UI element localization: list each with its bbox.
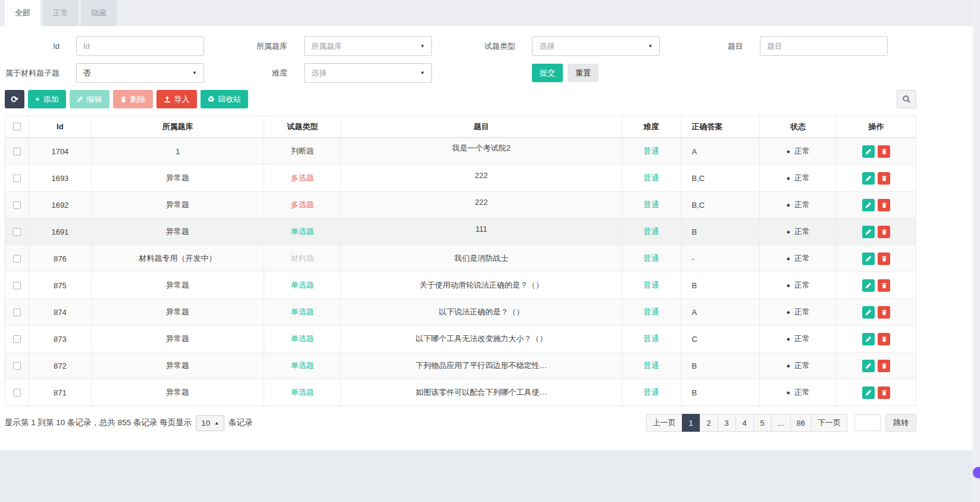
row-edit-button[interactable]	[862, 226, 875, 238]
import-button[interactable]: 导入	[156, 90, 197, 108]
row-edit-button[interactable]	[862, 279, 875, 292]
cell-status: ●正常	[760, 165, 837, 191]
page-button-1[interactable]: 1	[682, 414, 700, 432]
row-edit-button[interactable]	[862, 252, 875, 265]
next-page-button[interactable]: 下一页	[811, 414, 847, 432]
row-edit-button[interactable]	[862, 199, 875, 211]
cell-difficulty-link[interactable]: 普通	[644, 199, 659, 210]
add-button[interactable]: + 添加	[28, 90, 66, 108]
cell-type: 判断题	[291, 146, 314, 157]
floating-widget-button[interactable]	[973, 467, 980, 478]
row-edit-button[interactable]	[862, 333, 875, 345]
table-row[interactable]: 875 异常题 单选题 关于使用动滑轮说法正确的是？（） 普通 B ●正常	[5, 272, 916, 298]
cell-difficulty-link[interactable]: 普通	[644, 333, 659, 344]
row-delete-button[interactable]	[878, 333, 890, 345]
select-all-checkbox[interactable]	[13, 123, 21, 130]
table-row[interactable]: 872 异常题 单选题 下列物品应用了平行四边形不稳定性… 普通 B ●正常	[5, 352, 916, 379]
status-dot-icon: ●	[786, 174, 790, 182]
reset-button[interactable]: 重置	[568, 64, 599, 82]
row-checkbox[interactable]	[13, 335, 21, 343]
chevron-down-icon: ▼	[420, 70, 425, 76]
row-delete-button[interactable]	[878, 252, 890, 265]
page-jump-input[interactable]	[854, 414, 881, 431]
tab-all[interactable]: 全部	[5, 0, 40, 26]
difficulty-filter-select[interactable]: 选择 ▼	[304, 63, 432, 83]
cell-title: 我是一个考试院2	[452, 143, 511, 154]
page-jump-button[interactable]: 跳转	[885, 414, 916, 432]
row-delete-button[interactable]	[878, 279, 890, 292]
row-delete-button[interactable]	[878, 386, 890, 399]
pencil-icon	[865, 282, 872, 289]
cell-difficulty-link[interactable]: 普通	[644, 387, 659, 398]
table-row[interactable]: 1704 1 判断题 我是一个考试院2 普通 A ●正常	[5, 138, 916, 164]
id-filter-label: Id	[5, 42, 76, 51]
row-edit-button[interactable]	[862, 360, 875, 372]
row-delete-button[interactable]	[878, 306, 890, 319]
title-filter-input[interactable]	[767, 42, 881, 51]
page-button-2[interactable]: 2	[700, 414, 718, 432]
row-checkbox[interactable]	[13, 308, 21, 316]
table-row[interactable]: 1691 异常题 单选题 111 普通 B ●正常	[5, 218, 916, 245]
row-checkbox[interactable]	[13, 148, 21, 155]
cell-difficulty-link[interactable]: 普通	[644, 226, 659, 237]
table-row[interactable]: 874 异常题 单选题 以下说法正确的是？（） 普通 A ●正常	[5, 298, 916, 325]
cell-difficulty-link[interactable]: 普通	[644, 280, 659, 291]
material-filter-select[interactable]: 否 ▼	[76, 63, 204, 83]
submit-button[interactable]: 提交	[532, 64, 563, 82]
trash-icon	[881, 255, 887, 262]
tab-hidden[interactable]: 隐藏	[81, 0, 117, 26]
table-row[interactable]: 873 异常题 单选题 以下哪个工具无法改变施力大小？（） 普通 C ●正常	[5, 325, 916, 352]
cell-title: 关于使用动滑轮说法正确的是？（）	[341, 272, 622, 298]
page-button-3[interactable]: 3	[718, 414, 736, 432]
row-edit-button[interactable]	[862, 172, 875, 185]
cell-difficulty-link[interactable]: 普通	[644, 253, 659, 264]
pencil-icon	[865, 229, 872, 235]
row-delete-button[interactable]	[878, 172, 890, 185]
tab-normal[interactable]: 正常	[43, 0, 79, 26]
cell-id: 1693	[29, 165, 92, 191]
table-row[interactable]: 1693 异常题 多选题 222 普通 B,C ●正常	[5, 164, 916, 191]
row-edit-button[interactable]	[862, 145, 875, 158]
page-button-5[interactable]: 5	[753, 414, 772, 432]
vertical-scrollbar[interactable]	[973, 0, 980, 502]
cell-status: ●正常	[760, 379, 837, 406]
row-checkbox[interactable]	[13, 201, 21, 209]
delete-button[interactable]: 删除	[113, 90, 153, 108]
plus-icon: +	[35, 95, 40, 104]
row-delete-button[interactable]	[878, 226, 890, 238]
table-header-row: Id 所属题库 试题类型 题目 难度 正确答案 状态 操作	[5, 116, 916, 138]
row-checkbox[interactable]	[13, 174, 21, 182]
row-checkbox[interactable]	[13, 389, 21, 397]
cell-difficulty-link[interactable]: 普通	[644, 360, 659, 371]
page-size-select[interactable]: 10 ▲	[196, 415, 224, 431]
row-edit-button[interactable]	[862, 386, 875, 399]
table-row[interactable]: 876 材料题专用（开发中） 材料题 我们是消防战士 普通 - ●正常	[5, 245, 916, 272]
cell-difficulty-link[interactable]: 普通	[644, 307, 659, 317]
cell-bank: 异常题	[92, 165, 265, 191]
row-checkbox[interactable]	[13, 282, 21, 289]
recycle-button[interactable]: ♻ 回收站	[201, 90, 249, 108]
page-button-4[interactable]: 4	[735, 414, 754, 432]
cell-type: 单选题	[291, 333, 314, 344]
type-filter-select[interactable]: 选择 ▼	[532, 36, 660, 56]
row-delete-button[interactable]	[878, 145, 890, 158]
header-id: Id	[29, 116, 92, 137]
row-edit-button[interactable]	[862, 306, 875, 319]
search-toggle-button[interactable]	[897, 90, 916, 108]
id-filter-input[interactable]	[83, 42, 197, 51]
row-checkbox[interactable]	[13, 255, 21, 263]
cell-difficulty-link[interactable]: 普通	[644, 146, 659, 157]
row-checkbox[interactable]	[13, 362, 21, 370]
bank-filter-select[interactable]: 所属题库 ▼	[304, 36, 432, 56]
prev-page-button[interactable]: 上一页	[646, 414, 682, 432]
cell-title: 我们是消防战士	[341, 245, 622, 272]
refresh-button[interactable]: ⟳	[5, 90, 24, 108]
row-delete-button[interactable]	[878, 360, 890, 372]
cell-difficulty-link[interactable]: 普通	[644, 173, 659, 183]
row-checkbox[interactable]	[13, 228, 21, 236]
table-row[interactable]: 1692 异常题 多选题 222 普通 B,C ●正常	[5, 191, 916, 218]
page-button-86[interactable]: 86	[790, 414, 812, 432]
row-delete-button[interactable]	[878, 199, 890, 211]
edit-button[interactable]: 编辑	[70, 90, 109, 108]
table-row[interactable]: 871 异常题 单选题 如图该零件可以配合下列哪个工具使… 普通 B ●正常	[5, 379, 916, 406]
